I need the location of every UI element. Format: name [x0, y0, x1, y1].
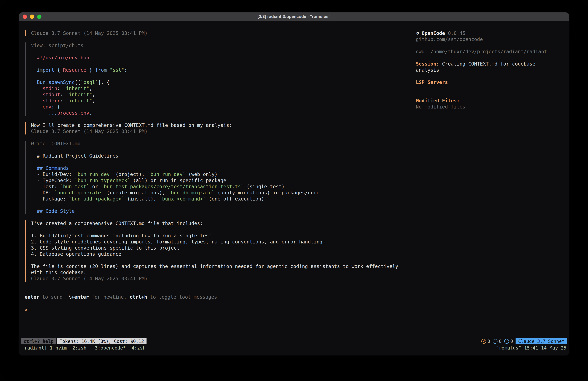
- window-title: [2/3] radiant:3:opencode - "romulus": [257, 14, 331, 19]
- line: 2. Code style guidelines covering import…: [31, 239, 416, 245]
- line: © OpenCode 0.0.45: [416, 30, 569, 36]
- line: 1. Build/lint/test commands including ho…: [31, 233, 416, 239]
- prompt-caret: >: [25, 307, 28, 313]
- line: Session: Creating CONTEXT.md for codebas…: [416, 61, 569, 67]
- line: [31, 226, 416, 233]
- line: cwd: /home/thdxr/dev/projects/radiant/ra…: [416, 49, 569, 55]
- opencode-tui: Claude 3.7 Sonnet (14 May 2025 03:41 PM)…: [19, 21, 569, 355]
- line: [416, 91, 569, 98]
- chat-log: Claude 3.7 Sonnet (14 May 2025 03:41 PM)…: [19, 21, 416, 282]
- zoom-button[interactable]: [37, 15, 42, 19]
- prompt-input[interactable]: >: [25, 307, 565, 313]
- line: stdout: "inherit",: [31, 91, 416, 98]
- line: [31, 257, 416, 263]
- line: No modified files: [416, 104, 569, 110]
- line: 3. CSS styling conventions specific to t…: [31, 245, 416, 251]
- line: View: script/db.ts: [31, 43, 416, 49]
- line: Claude 3.7 Sonnet (14 May 2025 03:41 PM): [31, 30, 416, 36]
- line: [416, 43, 569, 49]
- assistant-message-plan: Now I'll create a comprehensive CONTEXT.…: [25, 122, 416, 134]
- tmux-host-clock: "romulus" 15:41 14-May-25: [496, 345, 567, 351]
- line: Now I'll create a comprehensive CONTEXT.…: [31, 122, 416, 128]
- chat-and-sidebar: Claude 3.7 Sonnet (14 May 2025 03:41 PM)…: [19, 21, 569, 282]
- hint-diagnostics: h 0: [504, 339, 513, 344]
- line: [31, 147, 416, 153]
- status-bar: ctrl+? help Tokens: 16.4K (8%), Cost: $0…: [19, 338, 569, 345]
- line: ## Commands: [31, 165, 416, 171]
- line: env: {: [31, 104, 416, 110]
- line: - Test: `bun test` or `bun test packages…: [31, 183, 416, 190]
- warning-count: 0: [487, 339, 490, 344]
- line: # Radiant Project Guidelines: [31, 153, 416, 159]
- line: [31, 73, 416, 79]
- line: [31, 202, 416, 208]
- window-titlebar: [2/3] radiant:3:opencode - "romulus": [19, 12, 569, 21]
- line: ...process.env,: [31, 110, 416, 116]
- terminal-window: [2/3] radiant:3:opencode - "romulus" Cla…: [19, 12, 569, 355]
- warning-diagnostics: W 0: [481, 339, 490, 344]
- traffic-lights: [22, 12, 42, 21]
- line: [416, 73, 569, 79]
- line: - DB: `bun db generate` (create migratio…: [31, 190, 416, 196]
- line: - Package: `bun add <package>` (install)…: [31, 196, 416, 202]
- line: analysis: [416, 67, 569, 73]
- info-diagnostics: i 0: [493, 339, 502, 344]
- hint-count: 0: [510, 339, 513, 344]
- line: import { Resource } from "sst";: [31, 67, 416, 73]
- tokens-cost-chip: Tokens: 16.4K (8%), Cost: $0.12: [57, 338, 147, 344]
- line: [31, 49, 416, 55]
- line: #!/usr/bin/env bun: [31, 55, 416, 61]
- line: Bun.spawnSync([`psql`], {: [31, 79, 416, 85]
- line: [31, 159, 416, 165]
- line: github.com/sst/opencode: [416, 36, 569, 43]
- line: with this codebase.: [31, 269, 416, 276]
- line: [416, 85, 569, 91]
- model-chip[interactable]: Claude 3.7 Sonnet: [516, 338, 567, 344]
- tmux-status-bar: [radiant] 1:nvim 2:zsh- 3:opencode* 4:zs…: [19, 345, 569, 351]
- help-shortcut-chip[interactable]: ctrl+? help: [21, 338, 56, 344]
- line: enter to send, \+enter for newline, ctrl…: [25, 294, 565, 300]
- line: ## Code Style: [31, 208, 416, 214]
- minimize-button[interactable]: [30, 15, 34, 19]
- info-count: 0: [499, 339, 502, 344]
- line: LSP Servers: [416, 79, 569, 85]
- warning-icon: W: [481, 339, 486, 344]
- keybinding-hints: enter to send, \+enter for newline, ctrl…: [25, 294, 565, 300]
- line: 4. Database operations guidance: [31, 251, 416, 257]
- input-separator: [25, 301, 565, 301]
- tmux-session-windows[interactable]: [radiant] 1:nvim 2:zsh- 3:opencode* 4:zs…: [22, 345, 146, 351]
- line: Claude 3.7 Sonnet (14 May 2025 03:41 PM): [31, 128, 416, 134]
- line: stdin: "inherit",: [31, 85, 416, 91]
- line: - Build/Dev: `bun run dev` (project), `b…: [31, 171, 416, 178]
- line: Claude 3.7 Sonnet (14 May 2025 03:41 PM): [31, 276, 416, 282]
- line: [31, 61, 416, 67]
- tool-call-write-context-md: Write: CONTEXT.md # Radiant Project Guid…: [25, 141, 416, 214]
- assistant-message-header: Claude 3.7 Sonnet (14 May 2025 03:41 PM): [25, 30, 416, 36]
- line: Modified Files:: [416, 98, 569, 104]
- session-sidebar: © OpenCode 0.0.45github.com/sst/opencode…: [416, 21, 569, 282]
- line: - TypeCheck: `bun run typecheck` (all) o…: [31, 178, 416, 183]
- line: Write: CONTEXT.md: [31, 141, 416, 147]
- assistant-message-summary: I've created a comprehensive CONTEXT.md …: [25, 220, 416, 282]
- input-area: enter to send, \+enter for newline, ctrl…: [19, 282, 569, 338]
- line: I've created a comprehensive CONTEXT.md …: [31, 220, 416, 226]
- line: stderr: "inherit",: [31, 98, 416, 104]
- status-right-group: W 0 i 0 h 0 Claude 3.7 Sonnet: [481, 338, 567, 344]
- tool-call-view-db-ts: View: script/db.ts #!/usr/bin/env bun im…: [25, 43, 416, 116]
- line: The file is concise (20 lines) and captu…: [31, 263, 416, 269]
- info-icon: i: [493, 339, 498, 344]
- close-button[interactable]: [22, 15, 27, 19]
- line: [416, 55, 569, 61]
- hint-icon: h: [504, 339, 509, 344]
